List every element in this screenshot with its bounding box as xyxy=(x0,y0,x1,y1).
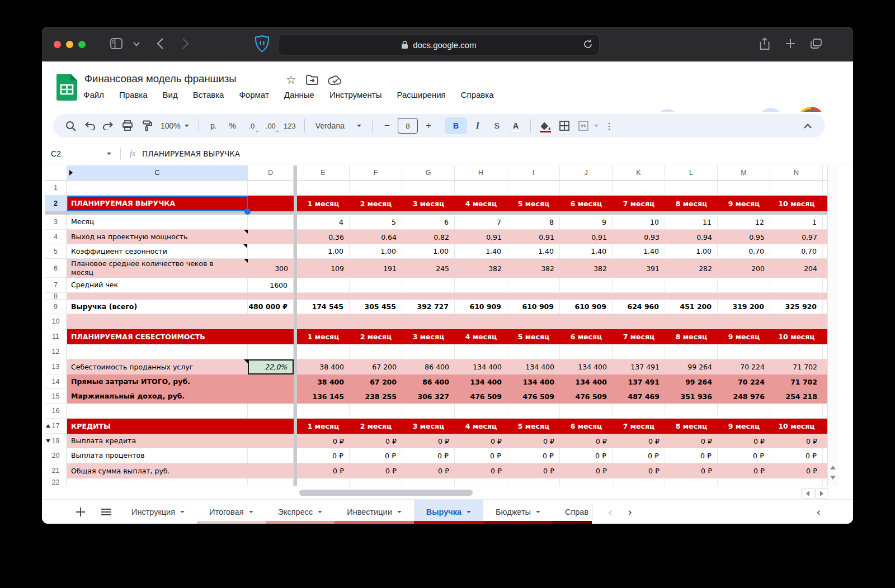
italic-button[interactable]: I xyxy=(469,117,486,134)
cell-C1[interactable] xyxy=(67,181,248,196)
cell-M9[interactable]: 319 200 xyxy=(718,300,770,314)
cell-C8[interactable] xyxy=(67,293,248,300)
cell-F9[interactable]: 305 455 xyxy=(350,300,402,314)
cell-N20[interactable]: 0 ₽ xyxy=(770,448,823,463)
grid-corner[interactable] xyxy=(45,165,67,181)
chevron-down-icon[interactable] xyxy=(318,511,322,515)
chevron-down-icon[interactable] xyxy=(249,511,253,515)
cell-K7[interactable] xyxy=(613,278,665,293)
cell-H10[interactable] xyxy=(455,314,507,329)
row-header-9[interactable]: 9 xyxy=(45,300,67,314)
cell-C21[interactable]: Общая сумма выплат, руб. xyxy=(67,463,248,478)
cell-I4[interactable]: 0,91 xyxy=(507,230,560,244)
zoom-window-button[interactable] xyxy=(78,41,86,48)
cell-I5[interactable]: 1,40 xyxy=(507,244,560,259)
cell-J22[interactable] xyxy=(560,478,613,486)
cell-M14[interactable]: 70 224 xyxy=(718,374,770,389)
cell-N7[interactable] xyxy=(770,278,823,293)
cell-J9[interactable]: 610 909 xyxy=(560,300,613,314)
increase-decimals-button[interactable]: .00→ xyxy=(262,117,279,134)
vertical-scrollbar[interactable] xyxy=(827,165,839,486)
cell-K20[interactable]: 0 ₽ xyxy=(613,448,665,463)
column-header-H[interactable]: H xyxy=(455,165,507,181)
cell-K5[interactable]: 1,40 xyxy=(613,244,665,259)
row-header-14[interactable]: 14 xyxy=(45,374,67,389)
forward-icon[interactable] xyxy=(182,37,189,50)
cell-D17[interactable] xyxy=(248,419,294,434)
sheet-tab-1[interactable]: Инструкция xyxy=(119,500,197,524)
cell-D10[interactable] xyxy=(248,314,294,329)
cell-H4[interactable]: 0,91 xyxy=(455,230,507,244)
cell-E17[interactable]: 1 месяц xyxy=(297,419,350,434)
cell-F19[interactable]: 0 ₽ xyxy=(350,434,402,448)
cell-I8[interactable] xyxy=(507,293,560,300)
cell-F16[interactable] xyxy=(350,404,402,419)
cell-N11[interactable]: 10 месяц xyxy=(770,329,823,344)
cell-L15[interactable]: 351 936 xyxy=(665,389,718,404)
star-icon[interactable]: ☆ xyxy=(286,73,296,87)
cell-K12[interactable] xyxy=(613,344,665,359)
cell-C13[interactable]: Себестоимость проданных услуг xyxy=(67,359,248,374)
cell-L5[interactable]: 1,00 xyxy=(665,244,718,259)
cell-J8[interactable] xyxy=(560,293,613,300)
cell-C7[interactable]: Средний чек xyxy=(67,278,248,293)
cell-L10[interactable] xyxy=(665,314,718,329)
redo-icon[interactable] xyxy=(100,117,117,134)
cell-K4[interactable]: 0,93 xyxy=(613,230,665,244)
cell-C19[interactable]: Выплата кредита xyxy=(67,434,248,448)
cell-F8[interactable] xyxy=(350,293,402,300)
cell-K22[interactable] xyxy=(613,478,665,486)
cell-K21[interactable]: 0 ₽ xyxy=(613,463,665,478)
column-header-M[interactable]: M xyxy=(718,165,770,181)
cell-E4[interactable]: 0,36 xyxy=(297,230,350,244)
cell-M1[interactable] xyxy=(718,181,770,196)
cell-M17[interactable]: 9 месяц xyxy=(718,419,770,434)
cell-G7[interactable] xyxy=(402,278,455,293)
cell-F15[interactable]: 238 255 xyxy=(350,389,402,404)
cell-G8[interactable] xyxy=(402,293,455,300)
cell-N1[interactable] xyxy=(770,181,823,196)
column-header-I[interactable]: I xyxy=(507,165,560,181)
cell-G15[interactable]: 306 327 xyxy=(402,389,455,404)
cell-J21[interactable]: 0 ₽ xyxy=(560,463,613,478)
search-icon[interactable] xyxy=(62,117,79,134)
cell-F5[interactable]: 1,00 xyxy=(350,244,402,259)
cell-J7[interactable] xyxy=(560,278,613,293)
cell-L22[interactable] xyxy=(665,478,718,486)
row-header-8[interactable]: 8 xyxy=(45,293,67,300)
cell-D12[interactable] xyxy=(248,344,294,359)
cell-G20[interactable]: 0 ₽ xyxy=(402,448,455,463)
document-title[interactable]: Финансовая модель франшизы xyxy=(84,73,237,85)
cell-H2[interactable]: 4 месяц xyxy=(455,196,507,211)
collapse-panel-button[interactable]: ‹ xyxy=(816,506,821,518)
chevron-down-icon[interactable] xyxy=(467,511,471,515)
row-header-3[interactable]: 3 xyxy=(45,215,67,230)
cell-L19[interactable]: 0 ₽ xyxy=(665,434,718,448)
cell-N9[interactable]: 325 920 xyxy=(770,300,823,314)
cell-N15[interactable]: 254 218 xyxy=(770,389,823,404)
cell-L20[interactable]: 0 ₽ xyxy=(665,448,718,463)
cell-G4[interactable]: 0,82 xyxy=(402,230,455,244)
cell-G13[interactable]: 86 400 xyxy=(402,359,455,374)
cell-E2[interactable]: 1 месяц xyxy=(297,196,350,211)
cell-H19[interactable]: 0 ₽ xyxy=(455,434,507,448)
cell-J10[interactable] xyxy=(560,314,613,329)
cell-N2[interactable]: 10 месяц xyxy=(770,196,823,211)
paint-format-icon[interactable] xyxy=(138,117,155,134)
cell-J20[interactable]: 0 ₽ xyxy=(560,448,613,463)
cell-D6[interactable]: 300 xyxy=(248,259,294,278)
cell-F4[interactable]: 0,64 xyxy=(350,230,402,244)
cell-M7[interactable] xyxy=(718,278,770,293)
menu-item-1[interactable]: Правка xyxy=(119,90,148,99)
cell-M13[interactable]: 70 224 xyxy=(718,359,770,374)
cell-D16[interactable] xyxy=(248,404,294,419)
cell-K8[interactable] xyxy=(613,293,665,300)
cell-M5[interactable]: 0,70 xyxy=(718,244,770,259)
horizontal-scrollbar[interactable] xyxy=(45,486,839,499)
hide-toolbar-button[interactable] xyxy=(799,117,816,134)
cell-H7[interactable] xyxy=(455,278,507,293)
cell-L9[interactable]: 451 200 xyxy=(665,300,718,314)
cell-E20[interactable]: 0 ₽ xyxy=(297,448,350,463)
borders-icon[interactable] xyxy=(556,117,573,134)
cell-F22[interactable] xyxy=(350,478,402,486)
